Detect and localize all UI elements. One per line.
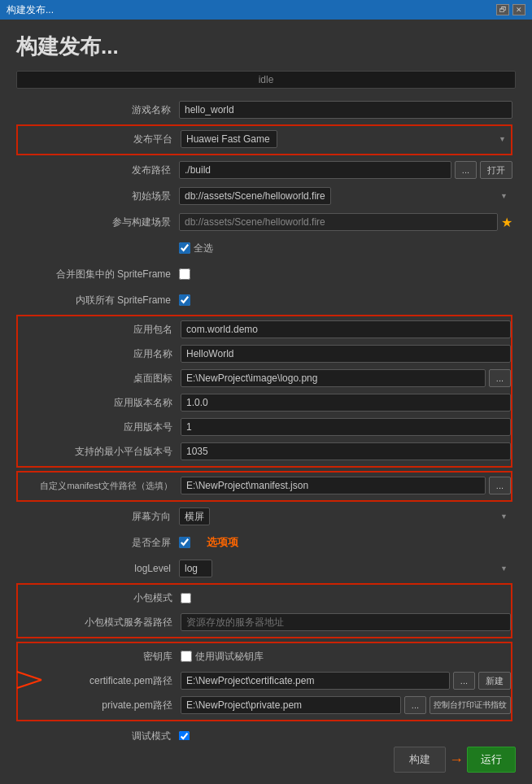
build-button[interactable]: 构建: [394, 747, 446, 773]
build-path-control: ... 打开: [179, 161, 512, 179]
mini-pkg-row: 小包模式: [18, 586, 511, 609]
private-row: private.pem路径 ... 控制台打印证书指纹: [18, 694, 511, 716]
app-name-input[interactable]: [181, 345, 511, 363]
private-browse-btn[interactable]: ...: [404, 696, 426, 714]
initial-scene-row: 初始场景 db://assets/Scene/helloworld.fire: [16, 185, 512, 207]
app-package-row: 应用包名: [18, 318, 511, 341]
participate-scene-label: 参与构建场景: [16, 216, 179, 229]
debug-mode-row: 调试模式: [16, 725, 512, 740]
print-btn[interactable]: 控制台打印证书指纹: [430, 696, 511, 714]
use-debug-key-checkbox[interactable]: [181, 651, 192, 662]
participate-scene-row: 参与构建场景 ★: [16, 211, 512, 233]
keystore-control: 使用调试秘钥库: [181, 650, 511, 664]
mini-pkg-checkbox[interactable]: [181, 593, 191, 603]
mini-pkg-control: [181, 593, 511, 603]
manifest-label: 自定义manifest文件路径（选填）: [18, 480, 181, 492]
merge-sprite-row: 合并图集中的 SpriteFrame: [16, 263, 512, 285]
private-control: ... 控制台打印证书指纹: [181, 696, 511, 714]
platform-row: 发布平台 Huawei Fast Game WeChat Mini Game O…: [18, 128, 511, 150]
mini-pkg-label: 小包模式: [18, 591, 181, 605]
app-version-control: [181, 418, 511, 436]
keystore-label: 密钥库: [18, 650, 181, 664]
log-level-select-wrapper: log warn error off: [179, 560, 512, 577]
min-platform-row: 支持的最小平台版本号: [18, 440, 511, 463]
debug-mode-label: 调试模式: [16, 730, 179, 741]
fullscreen-checkbox[interactable]: [179, 537, 190, 548]
manifest-input[interactable]: [181, 477, 486, 494]
min-platform-label: 支持的最小平台版本号: [18, 445, 181, 459]
build-path-browse-btn[interactable]: ...: [455, 161, 477, 179]
mini-pkg-section: 小包模式 小包模式服务器路径: [16, 583, 512, 638]
title-bar: 构建发布... 🗗 ✕: [0, 0, 532, 20]
build-path-input[interactable]: [179, 161, 451, 179]
debug-mode-checkbox[interactable]: [179, 731, 190, 741]
keystore-section: 密钥库 使用调试秘钥库 certificate.pem路径 ... 新建: [16, 642, 512, 721]
orientation-control: 横屏 竖屏: [179, 507, 512, 525]
log-level-row: logLevel log warn error off: [16, 557, 512, 580]
orientation-select-wrapper: 横屏 竖屏: [179, 507, 512, 525]
app-version-row: 应用版本号: [18, 416, 511, 438]
cert-browse-btn[interactable]: ...: [453, 672, 475, 690]
select-all-checkbox[interactable]: [179, 242, 190, 254]
merge-sprite-control: [179, 268, 512, 280]
desktop-icon-browse-btn[interactable]: ...: [489, 369, 511, 387]
orientation-row: 屏幕方向 横屏 竖屏: [16, 505, 512, 528]
min-platform-input[interactable]: [181, 442, 511, 460]
mini-server-control: [181, 613, 511, 631]
close-button[interactable]: ✕: [512, 4, 525, 15]
fullscreen-wrap: [179, 537, 190, 548]
inline-sprite-control: [179, 294, 512, 306]
merge-sprite-checkbox[interactable]: [179, 268, 190, 280]
game-name-input[interactable]: [179, 101, 512, 119]
desktop-icon-label: 桌面图标: [18, 372, 181, 385]
title-bar-text: 构建发布...: [7, 3, 54, 17]
app-name-row: 应用名称: [18, 342, 511, 365]
inline-sprite-row: 内联所有 SpriteFrame: [16, 289, 512, 311]
app-package-input[interactable]: [181, 320, 511, 338]
app-version-name-input[interactable]: [181, 394, 511, 412]
orientation-select[interactable]: 横屏 竖屏: [179, 507, 210, 525]
status-bar: idle: [16, 71, 516, 89]
run-button[interactable]: 运行: [467, 747, 516, 773]
desktop-icon-control: ...: [181, 369, 511, 387]
orientation-label: 屏幕方向: [16, 510, 179, 524]
private-input[interactable]: [181, 696, 401, 714]
app-version-name-row: 应用版本名称: [18, 391, 511, 414]
star-icon: ★: [501, 215, 512, 230]
optional-annotation-text: 选项项: [207, 535, 238, 550]
mini-server-row: 小包模式服务器路径: [18, 611, 511, 634]
debug-mode-control: [179, 731, 512, 741]
page-title: 构建发布...: [16, 33, 516, 61]
main-container: 构建发布... idle 游戏名称 发布平台 Huawei Fast Game …: [0, 20, 532, 784]
form-scroll[interactable]: 游戏名称 发布平台 Huawei Fast Game WeChat Mini G…: [16, 98, 516, 740]
initial-scene-select[interactable]: db://assets/Scene/helloworld.fire: [179, 187, 331, 205]
restore-button[interactable]: 🗗: [496, 4, 509, 15]
inline-sprite-label: 内联所有 SpriteFrame: [16, 294, 179, 307]
merge-sprite-wrap: [179, 268, 190, 280]
inline-sprite-checkbox[interactable]: [179, 294, 190, 306]
mini-server-input[interactable]: [181, 613, 511, 631]
select-one-arrow-icon: [16, 668, 46, 692]
manifest-control: ...: [181, 477, 511, 494]
required-section: 应用包名 应用名称 桌面图标 ...: [16, 315, 512, 468]
platform-select[interactable]: Huawei Fast Game WeChat Mini Game OPPO M…: [181, 130, 277, 148]
keystore-row: 密钥库 使用调试秘钥库: [18, 645, 511, 668]
app-name-control: [181, 345, 511, 363]
arrow-icon: →: [446, 751, 467, 769]
cert-new-btn[interactable]: 新建: [478, 672, 511, 690]
build-path-open-btn[interactable]: 打开: [480, 161, 512, 179]
desktop-icon-row: 桌面图标 ...: [18, 367, 511, 390]
app-version-input[interactable]: [181, 418, 511, 436]
platform-label: 发布平台: [18, 133, 181, 146]
game-name-control: [179, 101, 512, 119]
manifest-browse-btn[interactable]: ...: [489, 477, 511, 494]
select-all-text: 全选: [194, 242, 213, 255]
select-all-wrap: 全选: [179, 242, 213, 255]
log-level-select[interactable]: log warn error off: [179, 560, 212, 577]
desktop-icon-input[interactable]: [181, 369, 486, 387]
platform-select-wrapper: Huawei Fast Game WeChat Mini Game OPPO M…: [181, 130, 511, 148]
cert-input[interactable]: [181, 672, 450, 690]
select-one-annotation-container: 选择一项必填: [16, 668, 46, 692]
private-label: private.pem路径: [18, 699, 181, 712]
fullscreen-control: 选项项: [179, 535, 512, 550]
